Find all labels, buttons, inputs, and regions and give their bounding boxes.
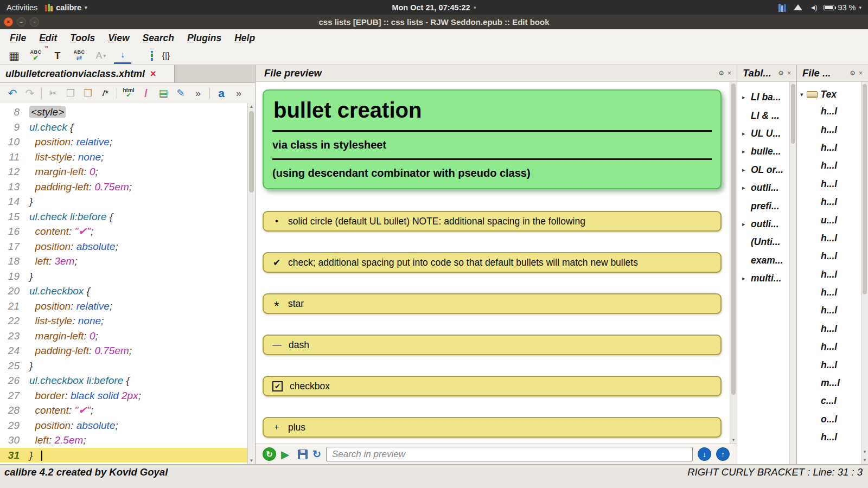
menu-file[interactable]: File [3,31,33,46]
code-line[interactable]: 10 position: relative; [0,134,247,150]
scroll-down-icon[interactable]: ▼ [861,457,868,464]
file-item[interactable]: h...l [797,301,861,319]
menu-search[interactable]: Search [136,31,181,46]
cut-button[interactable]: ✂ [47,86,59,100]
file-item[interactable]: h...l [797,247,861,265]
toc-item[interactable]: ▸outli... [737,215,789,233]
activities-button[interactable]: Activities [7,3,37,12]
code-line[interactable]: 22 list-style: none; [0,313,247,329]
code-editor[interactable]: 8<style>9ul.check {10 position: relative… [0,103,255,464]
code-line[interactable]: 27 border: black solid 2px; [0,388,247,403]
expand-arrow-icon[interactable]: ▸ [742,166,748,174]
menu-tools[interactable]: Tools [63,31,101,46]
paste-button[interactable]: ❒ [82,86,94,100]
scroll-down-icon[interactable]: ▼ [730,436,737,444]
preview-search-input[interactable] [326,447,693,461]
toc-item[interactable]: (Unti... [737,233,789,251]
code-line[interactable]: 20ul.checkbox { [0,284,247,299]
window-maximize-button[interactable]: ▫ [30,17,39,27]
undo-button[interactable]: ↶ [7,86,18,100]
editor-tab[interactable]: ulbulletcreationviaclass.xhtml × [0,65,175,82]
run-button[interactable]: ▶ [281,448,293,461]
preview-content[interactable]: bullet creation via class in stylesheet … [256,82,737,444]
toc-scroll-thumb[interactable] [791,84,795,144]
file-item[interactable]: h...l [797,175,861,193]
code-line[interactable]: 12 margin-left: 0; [0,164,247,179]
file-item[interactable]: h...l [797,102,861,120]
file-tree-root[interactable]: ▾ Tex [797,86,861,102]
find-previous-button[interactable]: ↑ [716,447,730,461]
arrange-files-button[interactable]: A ▾ [92,48,110,64]
toc-item[interactable]: prefi... [737,197,789,215]
expand-arrow-icon[interactable]: ▸ [742,221,748,228]
code-line[interactable]: 18 left: 3em; [0,254,247,269]
toolbar-overflow-button[interactable]: » [192,86,204,100]
code-line[interactable]: 28 content: "✔"; [0,403,247,418]
toc-item[interactable]: ▸UL U... [737,125,789,143]
gear-icon[interactable]: ⚙ [850,70,856,76]
menu-plugins[interactable]: Plugins [181,31,228,46]
code-line[interactable]: 11 list-style: none; [0,150,247,165]
file-item[interactable]: h...l [797,266,861,284]
collapse-arrow-icon[interactable]: ▾ [800,91,803,98]
system-tray[interactable]: ◄) 93 % ▾ [778,3,861,12]
code-line[interactable]: 29 position: absolute; [0,418,247,433]
reload-preview-button[interactable]: ↻ [312,448,321,460]
expand-arrow-icon[interactable]: ▸ [742,94,748,101]
preview-scroll-thumb[interactable] [731,84,736,395]
toc-item[interactable]: ▸multi... [737,269,789,287]
menu-help[interactable]: Help [228,31,261,46]
code-line[interactable]: 21 position: relative; [0,299,247,314]
file-scrollbar[interactable]: ▼ ▼ [861,82,868,464]
scroll-down-icon[interactable]: ▼ [861,448,868,455]
toc-item[interactable]: ▸LI ba... [737,88,789,106]
transform-case-button[interactable]: T [49,48,66,64]
code-line[interactable]: 17 position: absolute; [0,239,247,254]
code-line[interactable]: 31} [0,448,247,463]
toc-item[interactable]: ▸outli... [737,179,789,197]
preview-scrollbar[interactable]: ▼ [730,82,737,444]
code-line[interactable]: 8<style> [0,105,247,120]
close-icon[interactable]: × [859,70,863,76]
expand-arrow-icon[interactable]: ▸ [742,275,748,282]
toc-item[interactable]: LI & ... [737,106,789,124]
menu-view[interactable]: View [101,31,136,46]
code-line[interactable]: 23 margin-left: 0; [0,329,247,344]
expand-arrow-icon[interactable]: ▸ [742,148,748,155]
code-line[interactable]: 13 padding-left: 0.75em; [0,179,247,195]
battery-indicator[interactable]: 93 % ▾ [824,3,861,12]
copy-button[interactable]: ❐ [65,86,76,100]
code-line[interactable]: 19} [0,269,247,284]
reports-button[interactable] [136,51,153,61]
file-item[interactable]: h...l [797,356,861,374]
scroll-up-icon[interactable]: ▲ [248,103,255,110]
close-icon[interactable]: × [787,70,791,76]
auto-refresh-button[interactable]: ↻ [263,447,276,461]
app-menu-button[interactable]: calibre ▾ [45,3,87,12]
toc-scrollbar[interactable] [789,82,796,464]
mode-grid-icon[interactable]: ▦ [5,48,23,64]
window-close-button[interactable]: × [4,17,13,27]
file-item[interactable]: c...l [797,392,861,410]
beautify-button[interactable]: ✎ [175,86,187,100]
toc-item[interactable]: ▸OL or... [737,161,789,179]
tab-close-icon[interactable]: × [150,69,156,79]
file-item[interactable]: h...l [797,229,861,247]
code-line[interactable]: 16 content: "✔"; [0,224,247,239]
insert-snippet-button[interactable]: {|} [157,48,175,64]
menu-edit[interactable]: Edit [33,31,63,46]
window-title-bar[interactable]: × − ▫ css lists [EPUB] :: css lists - RJ… [0,15,868,29]
file-scroll-thumb[interactable] [863,84,867,294]
file-item[interactable]: h...l [797,120,861,138]
import-files-button[interactable]: ↓ [114,48,131,64]
code-line[interactable]: 30 left: 2.5em; [0,433,247,448]
editor-scrollbar[interactable]: ▲ ▼ [247,103,255,464]
clock[interactable]: Mon Oct 21, 07:45:22 [392,3,476,12]
file-item[interactable]: h...l [797,284,861,301]
toc-item[interactable]: ▸bulle... [737,143,789,160]
editor-scroll-thumb[interactable] [249,111,254,192]
close-icon[interactable]: × [727,70,731,76]
file-item[interactable]: u...l [797,211,861,229]
save-icon[interactable] [298,450,308,459]
toolbar-overflow-button[interactable]: » [233,86,245,100]
